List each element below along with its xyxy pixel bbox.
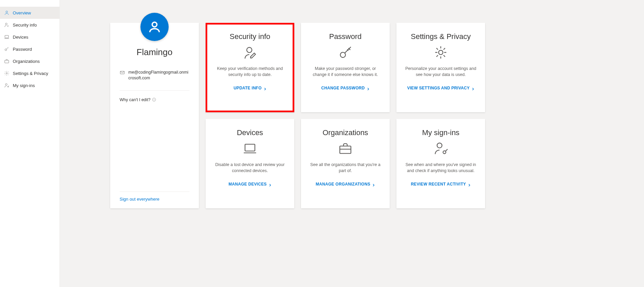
why-edit-label: Why can't I edit?	[120, 97, 151, 102]
svg-point-6	[5, 84, 7, 85]
svg-point-8	[152, 22, 157, 27]
divider	[120, 90, 189, 91]
card-action-label: UPDATE INFO	[233, 86, 262, 90]
svg-point-7	[8, 86, 9, 87]
avatar	[140, 13, 169, 41]
chevron-right-icon	[472, 87, 474, 89]
card-organizations: Organizations See all the organizations …	[301, 119, 390, 208]
person-edit-icon	[243, 45, 257, 60]
svg-point-0	[6, 11, 7, 13]
card-title: Devices	[237, 128, 263, 137]
sidebar-item-password[interactable]: Password	[0, 43, 59, 55]
card-desc: Personalize your account settings and se…	[404, 66, 478, 78]
display-name: Flamingo	[120, 47, 189, 57]
card-action-label: REVIEW RECENT ACTIVITY	[411, 182, 466, 187]
svg-point-5	[6, 73, 7, 74]
svg-rect-9	[120, 71, 124, 74]
sidebar-item-settings-privacy[interactable]: Settings & Privacy	[0, 67, 59, 79]
profile-card: Flamingo me@codingFlamingogmail.onmicros…	[110, 23, 199, 208]
laptop-icon	[4, 34, 9, 40]
sidebar-item-label: My sign-ins	[13, 83, 35, 88]
card-settings-privacy: Settings & Privacy Personalize your acco…	[396, 23, 485, 112]
person-key-icon	[4, 83, 9, 88]
sidebar-item-label: Overview	[13, 10, 31, 15]
manage-devices-link[interactable]: MANAGE DEVICES	[228, 182, 271, 187]
svg-rect-15	[340, 146, 351, 154]
card-password: Password Make your password stronger, or…	[301, 23, 390, 112]
chevron-right-icon	[264, 87, 266, 89]
svg-rect-4	[5, 60, 9, 63]
sidebar-item-my-signins[interactable]: My sign-ins	[0, 79, 59, 91]
card-grid: Flamingo me@codingFlamingogmail.onmicros…	[110, 23, 631, 208]
mail-icon	[120, 70, 125, 75]
card-desc: See all the organizations that you're a …	[308, 162, 382, 174]
key-icon	[4, 46, 9, 52]
card-action-label: VIEW SETTINGS AND PRIVACY	[407, 86, 470, 90]
key-icon	[338, 45, 353, 60]
svg-point-12	[340, 52, 345, 57]
card-my-signins: My sign-ins See when and where you've si…	[396, 119, 485, 208]
briefcase-icon	[4, 58, 9, 64]
why-cant-i-edit[interactable]: Why can't I edit?	[120, 97, 189, 102]
chevron-right-icon	[269, 183, 271, 186]
card-desc: Disable a lost device and review your co…	[213, 162, 287, 174]
card-action-label: MANAGE DEVICES	[228, 182, 267, 187]
sidebar: Overview Security info Devices Password …	[0, 0, 60, 287]
sidebar-item-label: Password	[13, 47, 32, 52]
laptop-icon	[243, 141, 257, 156]
person-edit-icon	[4, 22, 9, 28]
email-row: me@codingFlamingogmail.onmicrosoft.com	[120, 70, 189, 81]
sidebar-item-overview[interactable]: Overview	[0, 7, 59, 19]
card-title: Organizations	[323, 128, 368, 137]
person-key-icon	[433, 141, 448, 156]
svg-point-11	[247, 47, 252, 52]
card-title: Security info	[229, 32, 270, 41]
chevron-right-icon	[367, 87, 370, 89]
sidebar-item-label: Organizations	[13, 59, 40, 64]
view-settings-privacy-link[interactable]: VIEW SETTINGS AND PRIVACY	[407, 86, 474, 90]
sidebar-item-organizations[interactable]: Organizations	[0, 55, 59, 67]
sign-out-everywhere-link[interactable]: Sign out everywhere	[120, 192, 189, 202]
chevron-right-icon	[468, 183, 471, 186]
briefcase-icon	[338, 141, 353, 156]
card-desc: Keep your verification methods and secur…	[213, 66, 287, 78]
change-password-link[interactable]: CHANGE PASSWORD	[321, 86, 370, 90]
card-devices: Devices Disable a lost device and review…	[206, 119, 294, 208]
card-desc: See when and where you've signed in and …	[404, 162, 478, 174]
chevron-right-icon	[372, 183, 375, 186]
sidebar-item-label: Devices	[13, 35, 28, 40]
card-title: My sign-ins	[422, 128, 459, 137]
person-icon	[4, 10, 9, 15]
email-text: me@codingFlamingogmail.onmicrosoft.com	[128, 70, 189, 81]
review-recent-activity-link[interactable]: REVIEW RECENT ACTIVITY	[411, 182, 471, 187]
svg-point-3	[5, 49, 7, 50]
card-action-label: CHANGE PASSWORD	[321, 86, 365, 90]
main-content: Flamingo me@codingFlamingogmail.onmicros…	[60, 0, 644, 287]
svg-rect-2	[5, 35, 9, 38]
card-action-label: MANAGE ORGANIZATIONS	[316, 182, 370, 187]
sidebar-item-label: Settings & Privacy	[13, 71, 48, 76]
svg-rect-14	[245, 144, 255, 151]
update-info-link[interactable]: UPDATE INFO	[233, 86, 266, 90]
sidebar-item-devices[interactable]: Devices	[0, 31, 59, 43]
card-title: Settings & Privacy	[411, 32, 471, 41]
gear-icon	[433, 45, 448, 60]
gear-icon	[4, 71, 9, 76]
card-title: Password	[329, 32, 362, 41]
card-security-info: Security info Keep your verification met…	[206, 23, 294, 112]
sidebar-item-label: Security info	[13, 23, 37, 28]
sidebar-item-security-info[interactable]: Security info	[0, 19, 59, 31]
svg-point-13	[439, 50, 443, 55]
manage-organizations-link[interactable]: MANAGE ORGANIZATIONS	[316, 182, 375, 187]
svg-point-1	[5, 23, 7, 25]
card-desc: Make your password stronger, or change i…	[308, 66, 382, 78]
info-icon	[152, 97, 156, 102]
svg-point-16	[437, 143, 442, 148]
